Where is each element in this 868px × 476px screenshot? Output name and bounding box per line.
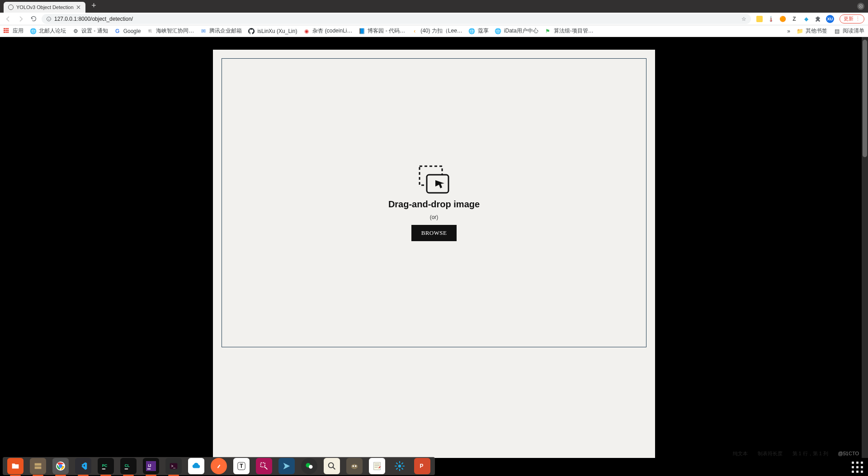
bookmark-item[interactable]: GGoogle xyxy=(114,28,141,34)
back-button[interactable] xyxy=(4,14,13,23)
svg-text:IJ: IJ xyxy=(148,464,151,468)
dock-app-files[interactable] xyxy=(7,458,24,474)
browse-button[interactable]: BROWSE xyxy=(411,225,457,241)
watermark-text: @51CTO xyxy=(838,451,859,456)
browser-tab[interactable]: YOLOv3 Object Detection xyxy=(4,2,85,13)
extension-icon[interactable] xyxy=(756,16,763,22)
apps-grid-icon xyxy=(4,28,10,34)
svg-point-7 xyxy=(59,465,62,467)
bookmark-item[interactable]: 🌐iData用户中心 xyxy=(495,27,538,35)
svg-rect-10 xyxy=(102,469,105,470)
dock-app-wps[interactable]: P xyxy=(414,458,430,474)
page-scrollbar[interactable] xyxy=(862,37,868,458)
window-titlebar: YOLOv3 Object Detection + xyxy=(0,0,868,13)
svg-point-28 xyxy=(355,465,357,467)
drop-title: Drag-and-drop image xyxy=(388,199,480,210)
page-viewport: Drag-and-drop image (or) BROWSE 纯文本 制表符长… xyxy=(0,37,868,458)
dock-container: PC CL IJ >_ T xyxy=(0,458,868,476)
bookmark-label: isLinXu (Xu_Lin) xyxy=(257,28,297,34)
globe-icon: 🌐 xyxy=(495,28,501,34)
reading-list[interactable]: ▤阅读清单 xyxy=(834,27,864,35)
dock-app-vscode[interactable] xyxy=(75,458,91,474)
scrollbar-thumb[interactable] xyxy=(863,40,867,157)
apps-shortcut[interactable]: 应用 xyxy=(4,27,24,35)
globe-icon: 🌐 xyxy=(469,28,475,34)
drop-zone[interactable]: Drag-and-drop image (or) BROWSE xyxy=(222,58,646,347)
svg-point-27 xyxy=(352,465,354,467)
address-url: 127.0.0.1:8000/object_detection/ xyxy=(54,16,133,22)
dock-app-typora[interactable]: T xyxy=(233,458,250,474)
svg-text:>_: >_ xyxy=(171,464,176,468)
dock-app-postman[interactable] xyxy=(211,458,227,474)
bookmark-item[interactable]: ⚑算法组-项目管… xyxy=(545,27,594,35)
bookmarks-overflow-icon[interactable]: » xyxy=(787,28,790,34)
svg-text:CL: CL xyxy=(125,464,130,468)
svg-text:P: P xyxy=(420,463,424,469)
bookmark-item[interactable]: ‹(40) 力扣（Lee… xyxy=(411,27,462,35)
bookmark-item[interactable]: 🌐蔻享 xyxy=(469,27,489,35)
extension-icon[interactable]: Z xyxy=(791,15,798,23)
update-label: 更新 xyxy=(844,15,854,22)
site-icon: 📘 xyxy=(359,28,365,34)
bookmark-item[interactable]: ⚙设置 - 通知 xyxy=(72,27,108,35)
menu-dots-icon: ⋮ xyxy=(855,16,860,22)
bookmark-item[interactable]: ◉杂杏 (codeinLi… xyxy=(303,27,352,35)
drag-drop-icon xyxy=(418,165,450,195)
extension-icon[interactable]: 🌡️ xyxy=(767,15,774,23)
drop-or-text: (or) xyxy=(430,214,439,220)
bookmark-label: 杂杏 (codeinLi… xyxy=(312,27,352,35)
bookmark-label: 博客园 - 代码… xyxy=(368,27,405,35)
address-bar[interactable]: 127.0.0.1:8000/object_detection/ ☆ xyxy=(42,14,751,24)
svg-point-26 xyxy=(351,464,358,469)
dock-app-chrome[interactable] xyxy=(52,458,69,474)
show-applications-button[interactable] xyxy=(849,459,865,475)
bookmark-item[interactable]: 📘博客园 - 代码… xyxy=(359,27,405,35)
bookmark-item[interactable]: isLinXu (Xu_Lin) xyxy=(248,28,297,34)
reload-button[interactable] xyxy=(29,14,38,23)
svg-point-30 xyxy=(398,465,401,468)
bookmark-item[interactable]: 航海峡智汇协同… xyxy=(147,27,194,35)
dock-app-wechat[interactable] xyxy=(301,458,317,474)
bookmark-label: 北邮人论坛 xyxy=(39,27,66,35)
bookmark-label: 算法组-项目管… xyxy=(554,27,594,35)
update-button[interactable]: 更新 ⋮ xyxy=(840,14,864,23)
new-tab-button[interactable]: + xyxy=(89,1,99,11)
dock-app-clion[interactable]: CL xyxy=(120,458,137,474)
dock-app-cloud[interactable] xyxy=(188,458,204,474)
dock-app-kite[interactable] xyxy=(278,458,295,474)
bookmark-label: 海峡智汇协同… xyxy=(156,27,194,35)
dock-app-magnifier[interactable] xyxy=(324,458,340,474)
dock-app-terminal[interactable]: >_ xyxy=(165,458,182,474)
bookmark-item[interactable]: 🌐北邮人论坛 xyxy=(30,27,66,35)
dock-app-gimp[interactable] xyxy=(346,458,363,474)
dock: PC CL IJ >_ T xyxy=(3,457,435,475)
window-close-button[interactable] xyxy=(857,3,864,10)
bookmark-label: iData用户中心 xyxy=(504,27,538,35)
bookmark-star-icon[interactable]: ☆ xyxy=(741,16,746,22)
extension-icon[interactable]: 🟠 xyxy=(779,15,786,23)
other-bookmarks[interactable]: 📁其他书签 xyxy=(797,27,827,35)
dock-app-intellij[interactable]: IJ xyxy=(143,458,159,474)
site-info-icon[interactable] xyxy=(46,16,52,22)
leetcode-icon: ‹ xyxy=(411,28,418,34)
dock-app-pycharm[interactable]: PC xyxy=(98,458,114,474)
status-text: 第 1 行，第 1 列 xyxy=(793,450,828,457)
tab-favicon xyxy=(8,5,14,10)
svg-point-24 xyxy=(309,465,312,469)
browser-toolbar: 127.0.0.1:8000/object_detection/ ☆ 🌡️ 🟠 … xyxy=(0,13,868,25)
bookmark-label: 其他书签 xyxy=(806,27,827,35)
dock-app-drawer[interactable] xyxy=(30,458,46,474)
tab-close-icon[interactable] xyxy=(76,5,81,9)
google-icon: G xyxy=(114,28,121,34)
dock-app-screenshot[interactable] xyxy=(256,458,272,474)
bookmark-label: 蔻享 xyxy=(478,27,489,35)
extension-icon[interactable]: ◆ xyxy=(802,15,810,23)
bookmark-item[interactable]: ✉腾讯企业邮箱 xyxy=(200,27,242,35)
bookmarks-bar: 应用 🌐北邮人论坛 ⚙设置 - 通知 GGoogle 航海峡智汇协同… ✉腾讯企… xyxy=(0,25,868,37)
forward-button[interactable] xyxy=(16,14,25,23)
profile-avatar[interactable]: XU xyxy=(826,15,834,23)
extensions-menu-icon[interactable] xyxy=(814,15,821,23)
dock-app-notes[interactable] xyxy=(369,458,385,474)
dock-app-spark[interactable] xyxy=(392,458,408,474)
tab-title: YOLOv3 Object Detection xyxy=(16,5,74,10)
